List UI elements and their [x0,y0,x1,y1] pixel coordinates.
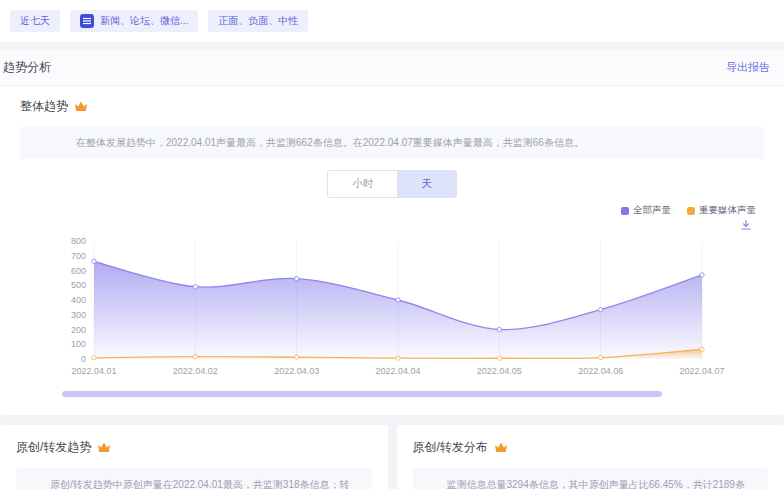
section-title-row: 整体趋势 [20,98,764,115]
trend-chart[interactable]: 2022.04.012022.04.022022.04.032022.04.04… [58,231,764,387]
svg-text:2022.04.06: 2022.04.06 [578,366,623,376]
filter-date-range-label: 近七天 [20,14,50,28]
filter-sources[interactable]: 新闻、论坛、微信... [70,10,198,32]
granularity-toggle: 小时 天 [327,170,457,198]
crown-icon [74,100,88,113]
trend-analysis-panel: 趋势分析 导出报告 整体趋势 在整体发展趋势中，2022.04.01声量最高，共… [0,50,784,415]
svg-text:2022.04.07: 2022.04.07 [679,366,724,376]
panel-header: 趋势分析 导出报告 [0,50,784,86]
svg-text:300: 300 [71,310,86,320]
overall-summary: 在整体发展趋势中，2022.04.01声量最高，共监测662条信息。在2022.… [20,127,764,159]
svg-text:2022.04.04: 2022.04.04 [375,366,420,376]
repost-trend-title: 原创/转发趋势 [16,439,91,456]
repost-distribution-title-row: 原创/转发分布 [413,439,769,456]
repost-distribution-summary: 监测信息总量3294条信息，其中原创声量占比66.45%，共计2189条信息；转… [413,468,769,489]
export-report-button[interactable]: 导出报告 [726,60,770,75]
svg-text:100: 100 [71,339,86,349]
repost-distribution-title: 原创/转发分布 [413,439,488,456]
crown-icon [97,441,111,454]
page-title: 趋势分析 [3,59,51,76]
svg-text:2022.04.05: 2022.04.05 [477,366,522,376]
filter-sentiment[interactable]: 正面、负面、中性 [208,10,308,32]
filter-bar: 近七天 新闻、论坛、微信... 正面、负面、中性 [0,0,784,42]
legend-swatch-total [621,207,629,215]
legend-label-total: 全部声量 [633,204,671,217]
overall-trend-section: 整体趋势 在整体发展趋势中，2022.04.01声量最高，共监测662条信息。在… [0,86,784,415]
toggle-day-button[interactable]: 天 [397,171,456,197]
legend-swatch-media [687,207,695,215]
legend-label-media: 重要媒体声量 [699,204,756,217]
svg-text:2022.04.02: 2022.04.02 [173,366,218,376]
zoom-slider[interactable] [62,391,662,397]
section-title: 整体趋势 [20,98,68,115]
svg-text:2022.04.03: 2022.04.03 [274,366,319,376]
filter-sentiment-label: 正面、负面、中性 [218,14,298,28]
legend-item-media[interactable]: 重要媒体声量 [687,204,756,217]
legend-item-total[interactable]: 全部声量 [621,204,671,217]
svg-text:0: 0 [81,354,86,364]
svg-text:600: 600 [71,266,86,276]
source-icon [80,14,94,28]
repost-trend-card: 原创/转发趋势 原创/转发趋势中原创声量在2022.04.01最高，共监测318… [0,425,388,489]
crown-icon [494,441,508,454]
bottom-cards: 原创/转发趋势 原创/转发趋势中原创声量在2022.04.01最高，共监测318… [0,425,784,489]
svg-text:500: 500 [71,280,86,290]
repost-distribution-card: 原创/转发分布 监测信息总量3294条信息，其中原创声量占比66.45%，共计2… [397,425,784,489]
download-icon[interactable] [740,219,752,231]
svg-text:200: 200 [71,325,86,335]
chart-legend: 全部声量 重要媒体声量 [20,204,764,217]
chart-toolbar [20,219,764,231]
repost-trend-title-row: 原创/转发趋势 [16,439,372,456]
svg-text:800: 800 [71,236,86,246]
filter-sources-label: 新闻、论坛、微信... [100,14,188,28]
svg-text:2022.04.01: 2022.04.01 [71,366,116,376]
toggle-hour-button[interactable]: 小时 [328,171,397,197]
filter-date-range[interactable]: 近七天 [10,10,60,32]
trend-chart-svg[interactable]: 2022.04.012022.04.022022.04.032022.04.04… [58,231,734,383]
svg-text:400: 400 [71,295,86,305]
svg-text:700: 700 [71,251,86,261]
repost-trend-summary: 原创/转发趋势中原创声量在2022.04.01最高，共监测318条信息；转发声量… [16,468,372,489]
